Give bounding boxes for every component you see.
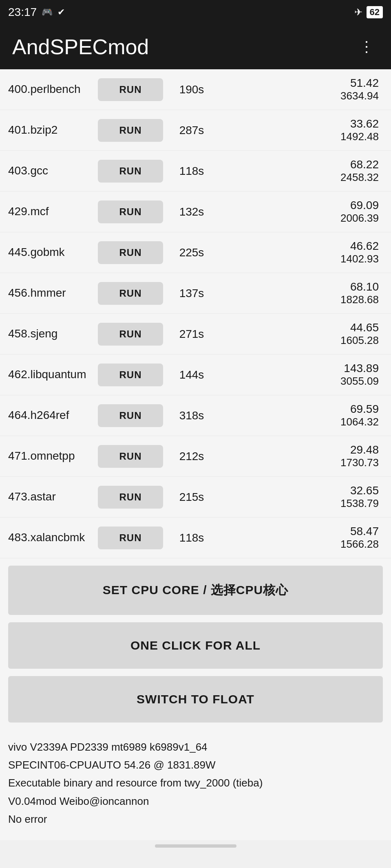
benchmark-row: 456.hmmerRUN137s68.101828.68	[0, 273, 391, 314]
benchmark-row: 445.gobmkRUN225s46.621402.93	[0, 232, 391, 273]
run-button[interactable]: RUN	[98, 200, 163, 223]
benchmark-score-wrap: 51.423634.94	[216, 77, 383, 102]
benchmark-name: 401.bzip2	[8, 123, 98, 137]
benchmark-time: 225s	[163, 246, 216, 259]
one-click-all-button[interactable]: ONE CLICK FOR ALL	[8, 622, 383, 669]
benchmark-score: 69.59	[350, 403, 379, 415]
more-menu-button[interactable]: ⋮	[355, 34, 379, 59]
run-button[interactable]: RUN	[98, 527, 163, 549]
benchmark-time: 287s	[163, 124, 216, 137]
info-section: vivo V2339A PD2339 mt6989 k6989v1_64 SPE…	[0, 730, 391, 840]
switch-to-float-button[interactable]: SWITCH TO FLOAT	[8, 676, 383, 723]
benchmark-score-wrap: 69.092006.39	[216, 199, 383, 225]
benchmark-time: 132s	[163, 205, 216, 218]
benchmark-name: 462.libquantum	[8, 367, 98, 382]
info-line-4: V0.04mod Weibo@ioncannon	[8, 792, 383, 810]
benchmark-row: 458.sjengRUN271s44.651605.28	[0, 314, 391, 355]
battery-indicator: 62	[367, 6, 383, 18]
status-bar-right: ✈ 62	[354, 6, 383, 18]
app-bar: AndSPECmod ⋮	[0, 24, 391, 69]
run-button[interactable]: RUN	[98, 404, 163, 427]
benchmark-time: 118s	[163, 531, 216, 544]
benchmark-score: 46.62	[350, 240, 379, 252]
benchmark-power: 1828.68	[216, 293, 379, 306]
run-button[interactable]: RUN	[98, 364, 163, 386]
check-icon: ✔	[57, 7, 65, 18]
benchmark-row: 400.perlbenchRUN190s51.423634.94	[0, 69, 391, 110]
run-button[interactable]: RUN	[98, 323, 163, 346]
benchmark-time: 137s	[163, 287, 216, 300]
run-button[interactable]: RUN	[98, 160, 163, 183]
benchmark-score: 29.48	[350, 443, 379, 456]
app-title: AndSPECmod	[12, 35, 149, 59]
status-bar-left: 23:17 🎮 ✔	[8, 6, 65, 19]
benchmark-row: 429.mcfRUN132s69.092006.39	[0, 192, 391, 232]
benchmark-score-wrap: 44.651605.28	[216, 321, 383, 347]
benchmark-score-wrap: 46.621402.93	[216, 240, 383, 265]
benchmark-power: 1605.28	[216, 334, 379, 347]
run-button[interactable]: RUN	[98, 486, 163, 509]
benchmark-power: 1402.93	[216, 253, 379, 265]
benchmark-time: 318s	[163, 409, 216, 422]
benchmark-score: 68.22	[350, 158, 379, 171]
benchmark-score: 69.09	[350, 199, 379, 211]
benchmark-score: 33.62	[350, 117, 379, 130]
benchmark-name: 403.gcc	[8, 163, 98, 178]
benchmark-name: 429.mcf	[8, 204, 98, 219]
benchmark-power: 1064.32	[216, 416, 379, 428]
benchmark-row: 462.libquantumRUN144s143.893055.09	[0, 355, 391, 395]
time-display: 23:17	[8, 6, 37, 19]
benchmark-power: 3634.94	[216, 90, 379, 102]
benchmark-row: 403.gccRUN118s68.222458.32	[0, 151, 391, 192]
benchmark-score-wrap: 68.101828.68	[216, 280, 383, 306]
benchmark-score-wrap: 143.893055.09	[216, 362, 383, 388]
benchmark-time: 118s	[163, 165, 216, 178]
benchmark-name: 400.perlbench	[8, 82, 98, 97]
airplane-icon: ✈	[354, 7, 362, 18]
benchmark-row: 473.astarRUN215s32.651538.79	[0, 477, 391, 518]
benchmark-score-wrap: 29.481730.73	[216, 443, 383, 469]
set-cpu-core-button[interactable]: SET CPU CORE / 选择CPU核心	[8, 566, 383, 615]
benchmark-score: 32.65	[350, 484, 379, 497]
benchmark-name: 456.hmmer	[8, 286, 98, 300]
run-button[interactable]: RUN	[98, 445, 163, 468]
benchmark-time: 271s	[163, 328, 216, 341]
benchmark-score: 51.42	[350, 77, 379, 89]
benchmark-score-wrap: 32.651538.79	[216, 484, 383, 510]
run-button[interactable]: RUN	[98, 78, 163, 101]
benchmark-list: 400.perlbenchRUN190s51.423634.94401.bzip…	[0, 69, 391, 558]
benchmark-name: 483.xalancbmk	[8, 530, 98, 545]
benchmark-score-wrap: 69.591064.32	[216, 403, 383, 428]
benchmark-name: 473.astar	[8, 489, 98, 504]
benchmark-score: 143.89	[344, 362, 379, 375]
bottom-navigation-bar	[155, 844, 236, 848]
benchmark-name: 471.omnetpp	[8, 449, 98, 463]
benchmark-score: 68.10	[350, 280, 379, 293]
run-button[interactable]: RUN	[98, 119, 163, 142]
benchmark-score-wrap: 68.222458.32	[216, 158, 383, 184]
benchmark-power: 1538.79	[216, 497, 379, 510]
benchmark-row: 401.bzip2RUN287s33.621492.48	[0, 110, 391, 151]
info-line-2: SPECINT06-CPUAUTO 54.26 @ 1831.89W	[8, 756, 383, 774]
benchmark-name: 445.gobmk	[8, 245, 98, 260]
benchmark-power: 3055.09	[216, 375, 379, 388]
benchmark-power: 2458.32	[216, 171, 379, 184]
benchmark-score: 44.65	[350, 321, 379, 334]
info-line-5: No error	[8, 810, 383, 828]
run-button[interactable]: RUN	[98, 241, 163, 264]
benchmark-row: 464.h264refRUN318s69.591064.32	[0, 395, 391, 436]
run-button[interactable]: RUN	[98, 282, 163, 305]
benchmark-row: 483.xalancbmkRUN118s58.471566.28	[0, 518, 391, 558]
benchmark-power: 2006.39	[216, 212, 379, 225]
action-buttons: SET CPU CORE / 选择CPU核心 ONE CLICK FOR ALL…	[0, 558, 391, 730]
benchmark-score-wrap: 33.621492.48	[216, 117, 383, 143]
benchmark-time: 215s	[163, 491, 216, 504]
benchmark-power: 1492.48	[216, 130, 379, 143]
benchmark-time: 190s	[163, 83, 216, 96]
status-bar: 23:17 🎮 ✔ ✈ 62	[0, 0, 391, 24]
benchmark-row: 471.omnetppRUN212s29.481730.73	[0, 436, 391, 477]
benchmark-name: 464.h264ref	[8, 408, 98, 423]
benchmark-time: 212s	[163, 450, 216, 463]
benchmark-power: 1730.73	[216, 456, 379, 469]
benchmark-score-wrap: 58.471566.28	[216, 525, 383, 551]
